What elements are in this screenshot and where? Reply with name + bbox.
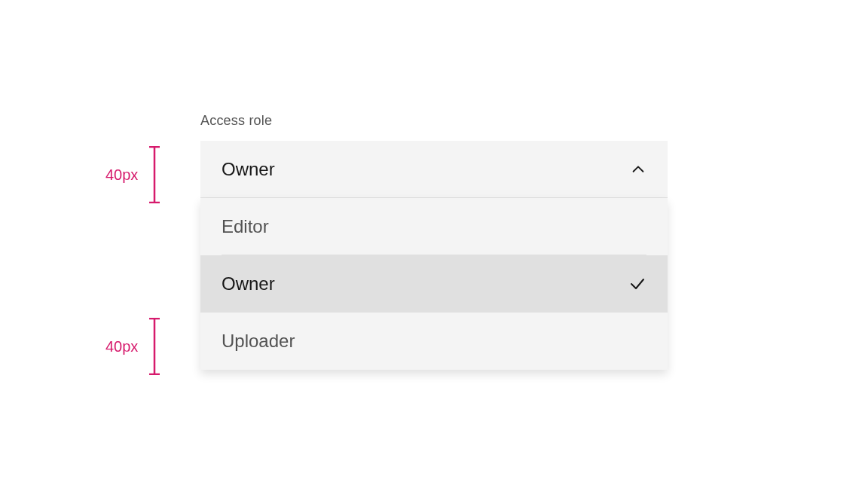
dropdown-item-label: Owner <box>222 273 275 294</box>
dropdown-selected-value: Owner <box>222 159 275 180</box>
dropdown-item-uploader[interactable]: Uploader <box>200 313 668 370</box>
access-role-dropdown: Owner Editor Owner Uploader <box>200 141 668 370</box>
dropdown-menu: Editor Owner Uploader <box>200 198 668 370</box>
dropdown-item-editor[interactable]: Editor <box>200 198 668 255</box>
dropdown-header[interactable]: Owner <box>200 141 668 198</box>
measurement-bracket-icon <box>148 318 160 375</box>
dropdown-item-owner[interactable]: Owner <box>200 255 668 313</box>
dropdown-item-label: Editor <box>222 216 269 237</box>
height-annotation-header: 40px <box>105 146 160 203</box>
dropdown-label: Access role <box>200 113 668 129</box>
dropdown-item-label: Uploader <box>222 331 295 352</box>
annotation-label: 40px <box>105 338 138 355</box>
measurement-bracket-icon <box>148 146 160 203</box>
checkmark-icon <box>628 275 646 293</box>
annotation-label: 40px <box>105 166 138 184</box>
height-annotation-item: 40px <box>105 318 160 375</box>
chevron-up-icon <box>630 161 646 178</box>
